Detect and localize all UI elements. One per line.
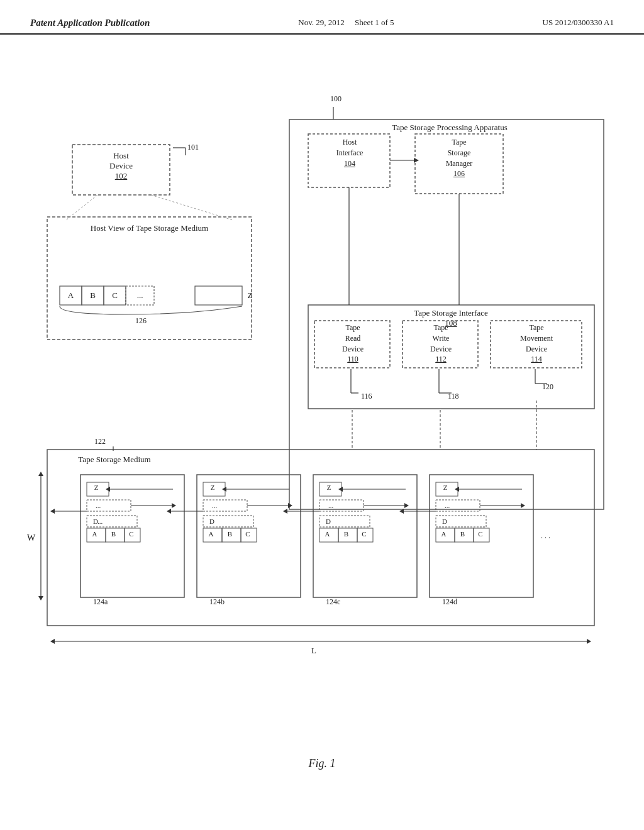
host-interface-label: Host Interface 104	[309, 137, 390, 169]
svg-marker-52	[288, 503, 292, 508]
ref-101: 101	[187, 143, 199, 152]
w-label: W	[27, 533, 35, 543]
svg-marker-40	[172, 503, 176, 508]
ref-118: 118	[448, 392, 459, 401]
host-view-label: Host View of Tape Storage Medium	[50, 223, 248, 233]
svg-rect-38	[87, 500, 131, 511]
fig-label: Fig. 1	[309, 757, 336, 770]
svg-rect-15	[47, 217, 252, 340]
svg-line-17	[151, 195, 233, 220]
tape-124d-dots1: ...	[445, 502, 450, 509]
svg-marker-87	[50, 639, 55, 644]
svg-marker-42	[50, 509, 55, 514]
ref-124d: 124d	[442, 597, 457, 607]
svg-marker-76	[521, 503, 525, 508]
host-interface-ref: 104	[309, 158, 390, 169]
tape-extra-dots: . . .	[541, 531, 550, 541]
tape-124c-a: A	[319, 530, 335, 538]
tape-124b-c: C	[241, 530, 255, 538]
ref-120: 120	[542, 382, 553, 392]
tape-124a-dots2: ...	[97, 517, 103, 525]
svg-marker-85	[38, 596, 43, 600]
svg-marker-88	[587, 639, 591, 644]
tape-124c-b: B	[338, 530, 354, 538]
tape-124a-b: B	[106, 530, 121, 538]
svg-marker-84	[38, 472, 43, 476]
tape-124d-b: B	[455, 530, 470, 538]
tape-124c-d: D	[326, 517, 331, 525]
header-center: Nov. 29, 2012 Sheet 1 of 5	[298, 18, 394, 28]
tape-124b-b: B	[222, 530, 238, 538]
svg-marker-73	[455, 487, 459, 492]
tape-124c-c: C	[357, 530, 371, 538]
tape-movement-device-label: Tape Movement Device 114	[492, 323, 581, 365]
ref-116: 116	[361, 392, 372, 401]
svg-marker-66	[283, 509, 287, 514]
tape-124b-a: A	[203, 530, 219, 538]
ref-100: 100	[330, 94, 341, 104]
tape-124c-dots1: ...	[328, 502, 333, 509]
svg-marker-49	[222, 487, 226, 492]
host-device-ref: 102	[72, 171, 170, 181]
svg-rect-50	[203, 500, 247, 511]
ref-122: 122	[94, 437, 106, 446]
tape-124a-c: C	[125, 530, 138, 538]
svg-marker-54	[167, 509, 171, 514]
svg-rect-62	[319, 500, 364, 511]
l-label: L	[311, 646, 316, 656]
tape-read-device-label: Tape Read Device 110	[316, 323, 390, 365]
page-header: Patent Application Publication Nov. 29, …	[0, 0, 644, 35]
tape-storage-apparatus-label: Tape Storage Processing Apparatus	[296, 123, 604, 133]
ref-124b: 124b	[209, 597, 225, 607]
svg-marker-61	[338, 487, 343, 492]
ref-126: 126	[135, 316, 147, 326]
tape-storage-manager-ref: 106	[416, 169, 502, 179]
tape-124b-z: Z	[203, 484, 222, 491]
ref-124a: 124a	[93, 597, 108, 607]
tape-124d-a: A	[436, 530, 452, 538]
tape-124c-z: Z	[319, 484, 338, 491]
tape-storage-medium-label: Tape Storage Medium	[52, 455, 177, 465]
svg-marker-37	[106, 487, 110, 492]
tape-124a-a: A	[87, 530, 103, 538]
tape-124d-d: D	[442, 517, 447, 525]
tape-storage-manager-label: Tape Storage Manager 106	[416, 137, 502, 179]
tape-124a-z: Z	[87, 484, 106, 491]
svg-line-16	[66, 195, 97, 220]
tape-write-device-label: Tape Write Device 112	[404, 323, 478, 365]
tape-124b-d: D	[209, 517, 214, 525]
ref-124c: 124c	[326, 597, 340, 607]
svg-marker-78	[399, 509, 404, 514]
tape-124a-dots1: ...	[96, 502, 101, 509]
svg-rect-74	[436, 500, 480, 511]
host-view-cells: A B C ... Z	[60, 286, 274, 305]
svg-rect-29	[47, 450, 594, 626]
diagram-area: 100 Tape Storage Processing Apparatus Ho…	[0, 35, 644, 789]
header-right: US 2012/0300330 A1	[543, 18, 614, 28]
header-left: Patent Application Publication	[30, 18, 150, 28]
host-device-label: Host Device 102	[72, 151, 170, 181]
tape-124d-z: Z	[436, 484, 455, 491]
svg-marker-64	[404, 503, 409, 508]
tape-124d-c: C	[474, 530, 487, 538]
tape-124b-dots1: ...	[212, 502, 217, 509]
